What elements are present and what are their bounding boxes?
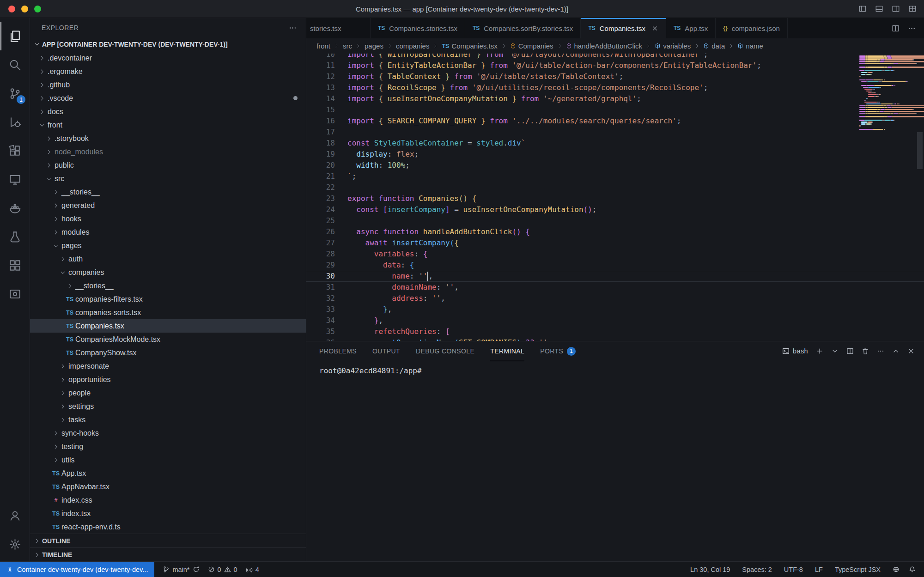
tree-file-react-app-env.d.ts[interactable]: TSreact-app-env.d.ts	[30, 520, 306, 534]
tree-file-companies-sorts.tsx[interactable]: TScompanies-sorts.tsx	[30, 306, 306, 319]
breadcrumb-item-front[interactable]: front	[316, 42, 330, 50]
tree-folder-__stories__[interactable]: __stories__	[30, 279, 306, 292]
problems-status[interactable]: 0 0	[208, 566, 237, 573]
tree-folder-settings[interactable]: settings	[30, 400, 306, 413]
new-terminal[interactable]	[816, 347, 823, 355]
tree-folder-companies[interactable]: companies	[30, 266, 306, 279]
remote-indicator[interactable]: Container dev-twenty-dev (dev-twenty-dev…	[0, 562, 154, 577]
forwarded-ports-status[interactable]: 4	[246, 566, 259, 573]
maximize-panel[interactable]	[892, 347, 900, 355]
tree-file-index.tsx[interactable]: TSindex.tsx	[30, 507, 306, 520]
minimize-window-button[interactable]	[21, 6, 28, 12]
tree-folder-src[interactable]: src	[30, 172, 306, 185]
tree-folder-pages[interactable]: pages	[30, 239, 306, 252]
activity-run-and-debug[interactable]	[0, 108, 29, 136]
tree-folder-people[interactable]: people	[30, 386, 306, 400]
tree-folder-auth[interactable]: auth	[30, 252, 306, 266]
code-line-33[interactable]: 33 },	[306, 304, 924, 315]
activity-docker[interactable]	[0, 194, 29, 222]
language-mode-status[interactable]: TypeScript JSX	[835, 566, 881, 573]
activity-source-control[interactable]: 1	[0, 79, 29, 108]
breadcrumb-item-src[interactable]: src	[343, 42, 352, 50]
code-line-27[interactable]: 27 await insertCompany({	[306, 237, 924, 249]
breadcrumb-item-variables[interactable]: variables	[655, 42, 691, 50]
code-line-26[interactable]: 26 async function handleAddButtonClick()…	[306, 226, 924, 237]
activity-testing[interactable]	[0, 222, 29, 251]
editor-scrollbar[interactable]	[917, 132, 923, 169]
workspace-section-header[interactable]: APP [CONTAINER DEV-TWENTY-DEV (DEV-TWENT…	[30, 37, 306, 51]
close-panel[interactable]	[907, 347, 915, 355]
tree-file-AppNavbar.tsx[interactable]: TSAppNavbar.tsx	[30, 480, 306, 493]
tree-file-index.css[interactable]: #index.css	[30, 493, 306, 507]
indentation-status[interactable]: Spaces: 2	[742, 566, 772, 573]
panel-tab-problems[interactable]: PROBLEMS	[319, 341, 357, 361]
terminal-content[interactable]: root@0a42ecd84891:/app#	[306, 361, 924, 561]
explorer-more-actions-icon[interactable]	[289, 24, 297, 32]
code-line-28[interactable]: 28 variables: {	[306, 249, 924, 260]
code-line-35[interactable]: 35 refetchQueries: [	[306, 326, 924, 337]
activity-accounts[interactable]	[0, 501, 29, 530]
close-window-button[interactable]	[8, 6, 15, 12]
breadcrumb-item-name[interactable]: name	[737, 42, 763, 50]
toggle-panel[interactable]	[875, 5, 883, 13]
tree-folder-.devcontainer[interactable]: .devcontainer	[30, 51, 306, 65]
code-line-29[interactable]: 29 data: {	[306, 260, 924, 271]
panel-more-actions[interactable]	[877, 347, 884, 355]
code-line-34[interactable]: 34 },	[306, 315, 924, 326]
activity-manage[interactable]	[0, 530, 29, 559]
eol-status[interactable]: LF	[815, 566, 823, 573]
activity-remote-explorer[interactable]	[0, 165, 29, 194]
tree-folder-tasks[interactable]: tasks	[30, 413, 306, 426]
tab-companies.json[interactable]: {}companies.json	[716, 18, 788, 38]
code-line-10[interactable]: 10import { WithTopBarContainer } from '@…	[306, 54, 924, 60]
toggle-primary-sidebar[interactable]	[858, 5, 867, 13]
code-line-25[interactable]: 25	[306, 215, 924, 226]
tree-folder-front[interactable]: front	[30, 118, 306, 132]
tree-folder-hooks[interactable]: hooks	[30, 212, 306, 225]
tree-folder-.ergomake[interactable]: .ergomake	[30, 65, 306, 78]
code-line-24[interactable]: 24 const [insertCompany] = useInsertOneC…	[306, 204, 924, 215]
tab-Companies.sortBy.stories.tsx[interactable]: TSCompanies.sortBy.stories.tsx	[465, 18, 581, 38]
code-line-19[interactable]: 19 display: flex;	[306, 149, 924, 160]
tree-folder-.storybook[interactable]: .storybook	[30, 132, 306, 145]
cursor-position-status[interactable]: Ln 30, Col 19	[690, 566, 730, 573]
panel-tab-ports[interactable]: PORTS1	[540, 341, 576, 361]
activity-search[interactable]	[0, 50, 29, 79]
tree-folder-sync-hooks[interactable]: sync-hooks	[30, 426, 306, 440]
split-editor[interactable]	[892, 24, 900, 32]
tree-folder-.vscode[interactable]: .vscode	[30, 91, 306, 105]
tree-folder-opportunities[interactable]: opportunities	[30, 373, 306, 386]
tree-folder-.github[interactable]: .github	[30, 78, 306, 91]
tree-folder-utils[interactable]: utils	[30, 453, 306, 467]
outline-section[interactable]: OUTLINE	[30, 534, 306, 547]
tree-folder-public[interactable]: public	[30, 158, 306, 172]
code-view[interactable]: 10import { WithTopBarContainer } from '@…	[306, 54, 924, 341]
ports-globe[interactable]	[893, 566, 900, 573]
terminal-instance-selector[interactable]: bash	[782, 347, 808, 355]
breadcrumb-item-pages[interactable]: pages	[365, 42, 383, 50]
tab-App.tsx[interactable]: TSApp.tsx	[666, 18, 716, 38]
kill-terminal[interactable]	[862, 347, 869, 355]
tree-folder-modules[interactable]: modules	[30, 225, 306, 239]
customize-layout[interactable]	[908, 5, 917, 13]
tree-folder-docs[interactable]: docs	[30, 105, 306, 118]
tab-stories.tsx[interactable]: stories.tsx	[306, 18, 371, 38]
breadcrumb-item-handleAddButtonClick[interactable]: handleAddButtonClick	[566, 42, 643, 50]
code-line-30[interactable]: 30 name: '',	[306, 271, 924, 282]
activity-kubernetes[interactable]	[0, 251, 29, 279]
editor-area[interactable]: 10import { WithTopBarContainer } from '@…	[306, 54, 924, 341]
code-line-15[interactable]: 15	[306, 104, 924, 115]
code-line-18[interactable]: 18const StyledTableContainer = styled.di…	[306, 138, 924, 149]
zoom-window-button[interactable]	[34, 6, 41, 12]
code-line-20[interactable]: 20 width: 100%;	[306, 160, 924, 171]
branch-status[interactable]: main*	[163, 566, 199, 573]
tab-Companies.stories.tsx[interactable]: TSCompanies.stories.tsx	[371, 18, 465, 38]
breadcrumb-item-Companies.tsx[interactable]: TSCompanies.tsx	[442, 42, 497, 50]
code-line-36[interactable]: 36 getOperationName(GET_COMPANIES) ?? ''…	[306, 337, 924, 341]
tree-folder-testing[interactable]: testing	[30, 440, 306, 453]
encoding-status[interactable]: UTF-8	[784, 566, 803, 573]
code-line-22[interactable]: 22	[306, 182, 924, 193]
tree-file-CompaniesMockMode.tsx[interactable]: TSCompaniesMockMode.tsx	[30, 333, 306, 346]
breadcrumb-item-Companies[interactable]: Companies	[510, 42, 553, 50]
breadcrumb-item-companies[interactable]: companies	[396, 42, 430, 50]
